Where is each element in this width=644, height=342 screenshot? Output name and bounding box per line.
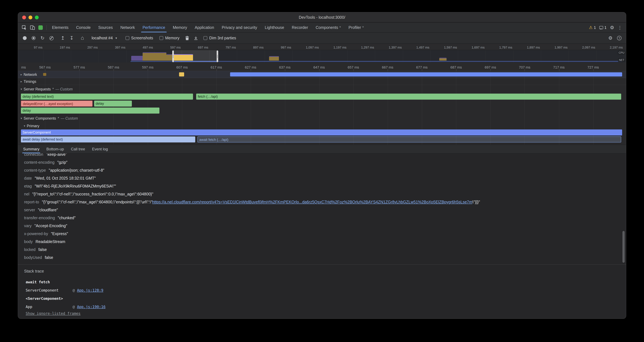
- inspect-element-button[interactable]: [20, 23, 28, 32]
- cpu-lane-label: CPU: [618, 51, 625, 55]
- perf-entry-fetch-api[interactable]: fetch (…/api): [196, 94, 621, 100]
- overview-time-label: 197 ms: [60, 46, 71, 49]
- report-to-url-link[interactable]: https://a.nel.cloudflare.com/report/v4?s…: [152, 200, 472, 204]
- clear-button[interactable]: [47, 34, 56, 42]
- track-server-components: ▾Server Components*— Custom: [18, 114, 626, 122]
- capture-settings-button[interactable]: [192, 34, 200, 42]
- perf-entry[interactable]: [43, 73, 46, 76]
- source-location-link[interactable]: App.js:128:9: [77, 288, 103, 292]
- track-title: Network: [24, 73, 37, 76]
- perf-entry-delay-deferred-text[interactable]: delay (deferred text): [21, 94, 193, 100]
- console-messages-counter[interactable]: 1: [599, 26, 606, 29]
- record-button[interactable]: [20, 34, 29, 42]
- ruler-tick: [490, 69, 491, 71]
- tab-lighthouse[interactable]: Lighthouse: [261, 23, 288, 32]
- scrollbar-thumb[interactable]: [622, 231, 625, 263]
- settings-gear-icon[interactable]: ⚙: [610, 25, 614, 30]
- collect-garbage-button[interactable]: [183, 34, 191, 42]
- details-tab-bottom-up[interactable]: Bottom-up: [43, 145, 68, 153]
- tab-application[interactable]: Application: [191, 23, 218, 32]
- stack-frame-header: await fetch: [26, 278, 626, 286]
- window-controls: [22, 12, 39, 22]
- net-lane-label: NET: [618, 58, 625, 62]
- header-key: content-type: [24, 168, 46, 173]
- issues-counter[interactable]: ⚠ 1: [589, 25, 596, 30]
- tab-components[interactable]: Components*: [312, 23, 345, 32]
- reload-button[interactable]: ↻: [38, 34, 46, 42]
- timeline-overview: 97 ms197 ms297 ms397 ms497 ms597 ms697 m…: [18, 44, 626, 63]
- header-value: "cloudflare": [38, 208, 58, 212]
- track-row: delayedError (…ayed exception)delay: [18, 100, 626, 107]
- dim-3rd-parties-checkbox[interactable]: Dim 3rd parties: [204, 36, 236, 40]
- details-tab-call-tree[interactable]: Call tree: [67, 145, 88, 153]
- track-label-primary[interactable]: ▾Primary: [24, 124, 39, 128]
- track-suffix: — Custom: [61, 116, 78, 120]
- tab-sources[interactable]: Sources: [94, 23, 117, 32]
- close-window-button[interactable]: [22, 16, 26, 19]
- save-profile-button[interactable]: ↧: [68, 34, 76, 42]
- header-key: transfer-encoding: [24, 216, 55, 220]
- overview-time-label: 497 ms: [142, 46, 154, 49]
- checkbox-icon: [160, 36, 163, 40]
- overview-strip[interactable]: CPU NET: [18, 50, 626, 63]
- capture-gear-icon[interactable]: ⚙: [606, 34, 614, 42]
- stack-function-name: ServerComponent: [26, 286, 72, 294]
- minimize-window-button[interactable]: [28, 16, 32, 19]
- tab-elements[interactable]: Elements: [48, 23, 72, 32]
- ruler-time-label: 587 ms: [108, 65, 119, 69]
- live-metrics-button[interactable]: ⌂: [78, 34, 86, 42]
- source-location-link[interactable]: App.js:190:16: [77, 304, 106, 309]
- track-label-server-components[interactable]: ▾Server Components*— Custom: [20, 116, 78, 121]
- header-key: nel: [24, 192, 29, 196]
- titlebar[interactable]: DevTools - localhost:3000/: [18, 12, 626, 23]
- record-icon: [23, 36, 26, 40]
- header-value: "keep-alive": [46, 154, 67, 157]
- selection-handle-left[interactable]: [172, 51, 174, 62]
- clear-icon: [49, 36, 54, 40]
- details-tab-summary[interactable]: Summary: [20, 145, 43, 153]
- show-ignore-listed-link[interactable]: Show ignore-listed frames: [26, 311, 80, 316]
- tab-network[interactable]: Network: [117, 23, 139, 32]
- home-icon: ⌂: [81, 35, 84, 41]
- warning-icon: ⚠: [589, 25, 592, 30]
- record-and-reload-button[interactable]: [30, 34, 38, 42]
- tab-console[interactable]: Console: [72, 23, 94, 32]
- selection-handle-right[interactable]: [216, 51, 218, 62]
- tab-profiler[interactable]: Profiler*: [345, 23, 368, 32]
- header-value: "W/\"4b1-RjEJloX9kRinu6F0MAZMmy6E5iA\"": [35, 184, 116, 188]
- perf-entry-await-delay-deferred-text[interactable]: await delay (deferred text): [21, 136, 196, 142]
- track-label-timings[interactable]: ▸Timings: [20, 80, 36, 83]
- track-label-network[interactable]: ▸Network: [20, 73, 37, 76]
- header-key: body: [24, 239, 33, 244]
- tab-performance[interactable]: Performance: [139, 23, 169, 32]
- history-selected-value: localhost #4: [92, 36, 113, 40]
- help-button[interactable]: ?: [615, 34, 624, 42]
- memory-checkbox[interactable]: Memory: [160, 36, 180, 40]
- tab-privacy-and-security[interactable]: Privacy and security: [218, 23, 261, 32]
- header-key: date: [24, 176, 32, 181]
- tab-recorder[interactable]: Recorder: [288, 23, 312, 32]
- screenshots-checkbox[interactable]: Screenshots: [125, 36, 153, 40]
- history-dropdown[interactable]: localhost #4 ▼: [89, 34, 120, 42]
- perf-entry-delayederror-ayed-exception[interactable]: delayedError (…ayed exception): [21, 101, 93, 107]
- reload-icon: ↻: [40, 35, 44, 41]
- perf-entry[interactable]: [230, 72, 622, 77]
- stack-at-symbol: @: [72, 304, 75, 309]
- details-tab-event-log[interactable]: Event log: [88, 145, 112, 153]
- perf-entry-await-fetch-api[interactable]: await fetch (…/api): [198, 136, 621, 142]
- ruler-tick: [525, 69, 525, 71]
- ruler-tick: [593, 69, 594, 71]
- track-label-server-requests[interactable]: ▾Server Requests*— Custom: [20, 87, 72, 91]
- perf-entry-delay[interactable]: delay: [94, 101, 132, 107]
- kebab-menu-icon[interactable]: ⋮: [618, 25, 622, 30]
- perf-entry-servercomponent[interactable]: ServerComponent: [21, 129, 622, 135]
- stack-frame-header: <ServerComponent>: [26, 294, 626, 303]
- device-toolbar-button[interactable]: [28, 23, 36, 32]
- tabbar-right: ⚠ 1 1 ⚙ ⋮: [589, 23, 626, 32]
- extension-button[interactable]: [36, 23, 45, 32]
- tab-memory[interactable]: Memory: [169, 23, 191, 32]
- perf-entry[interactable]: [179, 72, 184, 77]
- load-profile-button[interactable]: ↥: [59, 34, 67, 42]
- perf-entry-delay[interactable]: delay: [21, 108, 160, 114]
- zoom-window-button[interactable]: [35, 16, 39, 19]
